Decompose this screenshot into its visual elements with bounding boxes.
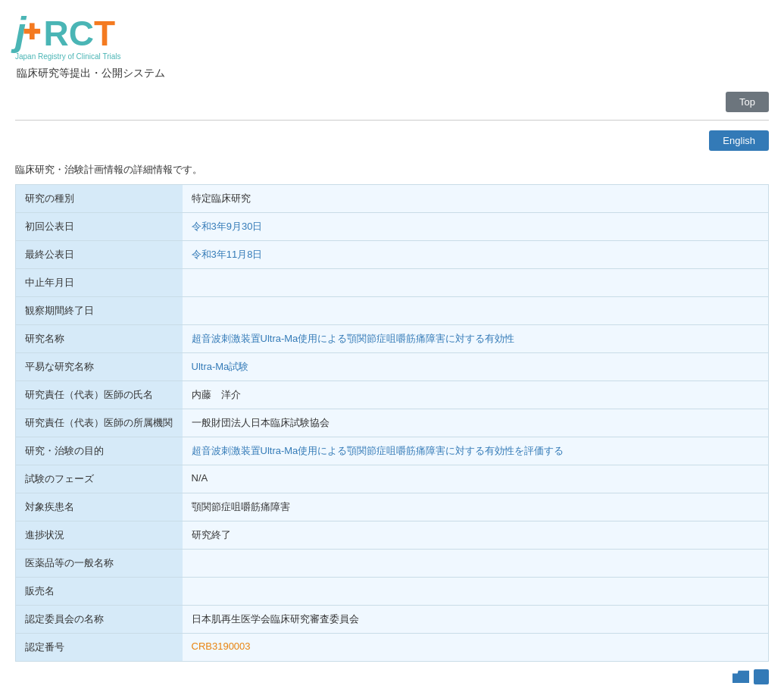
table-row: 研究・治験の目的超音波刺激装置Ultra-Ma使用による顎関節症咀嚼筋痛障害に対…: [16, 437, 769, 465]
table-cell-label: 認定委員会の名称: [16, 606, 183, 634]
table-cell-value[interactable]: Ultra-Ma試験: [183, 353, 769, 381]
save-icon[interactable]: [754, 669, 769, 684]
table-row: 研究責任（代表）医師の所属機関一般財団法人日本臨床試験協会: [16, 409, 769, 437]
table-row: 認定委員会の名称日本肌再生医学会臨床研究審査委員会: [16, 606, 769, 634]
table-cell-label: 試験のフェーズ: [16, 465, 183, 493]
table-row: 初回公表日令和3年9月30日: [16, 213, 769, 241]
table-row: 医薬品等の一般名称: [16, 550, 769, 578]
table-cell-value: 研究終了: [183, 521, 769, 550]
header: j ✚ R C T Japan Registry of Clinical Tri…: [0, 0, 784, 88]
logo-c: C: [69, 16, 94, 51]
table-row: 観察期間終了日: [16, 297, 769, 325]
table-cell-label: 研究の種別: [16, 185, 183, 213]
table-row: 研究の種別特定臨床研究: [16, 185, 769, 213]
logo-line: j ✚ R C T: [15, 11, 769, 51]
table-cell-label: 平易な研究名称: [16, 353, 183, 381]
table-cell-label: 研究責任（代表）医師の氏名: [16, 381, 183, 409]
table-cell-value: [183, 550, 769, 578]
folder-icon[interactable]: [732, 669, 749, 683]
table-cell-value: [183, 269, 769, 297]
table-cell-label: 観察期間終了日: [16, 297, 183, 325]
table-cell-value: [183, 297, 769, 325]
table-cell-label: 医薬品等の一般名称: [16, 550, 183, 578]
lang-nav: English: [0, 124, 784, 157]
table-row: 中止年月日: [16, 269, 769, 297]
table-cell-value: [183, 578, 769, 606]
logo-cross: ✚: [23, 20, 40, 45]
divider: [15, 120, 769, 121]
english-button[interactable]: English: [709, 130, 769, 151]
logo-wrapper: j ✚ R C T Japan Registry of Clinical Tri…: [15, 11, 769, 61]
info-table: 研究の種別特定臨床研究初回公表日令和3年9月30日最終公表日令和3年11月8日中…: [15, 184, 769, 662]
logo-r: R: [43, 16, 68, 51]
table-cell-label: 最終公表日: [16, 241, 183, 269]
footer-icons: [0, 662, 784, 689]
table-cell-value: 特定臨床研究: [183, 185, 769, 213]
table-cell-value: 顎関節症咀嚼筋痛障害: [183, 493, 769, 521]
table-cell-label: 販売名: [16, 578, 183, 606]
table-cell-value: 日本肌再生医学会臨床研究審査委員会: [183, 606, 769, 634]
table-cell-label: 対象疾患名: [16, 493, 183, 521]
table-cell-value: 内藤 洋介: [183, 381, 769, 409]
table-row: 平易な研究名称Ultra-Ma試験: [16, 353, 769, 381]
top-button[interactable]: Top: [726, 92, 769, 112]
table-cell-value[interactable]: 令和3年9月30日: [183, 213, 769, 241]
table-row: 認定番号CRB3190003: [16, 634, 769, 662]
table-row: 進捗状況研究終了: [16, 521, 769, 550]
table-cell-label: 初回公表日: [16, 213, 183, 241]
table-cell-value[interactable]: 超音波刺激装置Ultra-Ma使用による顎関節症咀嚼筋痛障害に対する有効性: [183, 325, 769, 353]
table-cell-value[interactable]: 令和3年11月8日: [183, 241, 769, 269]
table-row: 最終公表日令和3年11月8日: [16, 241, 769, 269]
table-cell-label: 中止年月日: [16, 269, 183, 297]
table-cell-label: 研究責任（代表）医師の所属機関: [16, 409, 183, 437]
top-nav: Top: [0, 88, 784, 116]
table-row: 販売名: [16, 578, 769, 606]
table-row: 対象疾患名顎関節症咀嚼筋痛障害: [16, 493, 769, 521]
table-cell-label: 進捗状況: [16, 521, 183, 550]
table-cell-label: 認定番号: [16, 634, 183, 662]
table-cell-label: 研究・治験の目的: [16, 437, 183, 465]
table-cell-value[interactable]: 超音波刺激装置Ultra-Ma使用による顎関節症咀嚼筋痛障害に対する有効性を評価…: [183, 437, 769, 465]
page-description: 臨床研究・治験計画情報の詳細情報です。: [0, 157, 784, 184]
table-cell-value: N/A: [183, 465, 769, 493]
table-cell-label: 研究名称: [16, 325, 183, 353]
site-title: 臨床研究等提出・公開システム: [15, 67, 769, 80]
table-row: 研究名称超音波刺激装置Ultra-Ma使用による顎関節症咀嚼筋痛障害に対する有効…: [16, 325, 769, 353]
table-row: 研究責任（代表）医師の氏名内藤 洋介: [16, 381, 769, 409]
table-row: 試験のフェーズN/A: [16, 465, 769, 493]
logo-subtitle: Japan Registry of Clinical Trials: [15, 52, 769, 61]
logo-t: T: [94, 16, 115, 51]
table-cell-value[interactable]: CRB3190003: [183, 634, 769, 662]
table-cell-value: 一般財団法人日本臨床試験協会: [183, 409, 769, 437]
